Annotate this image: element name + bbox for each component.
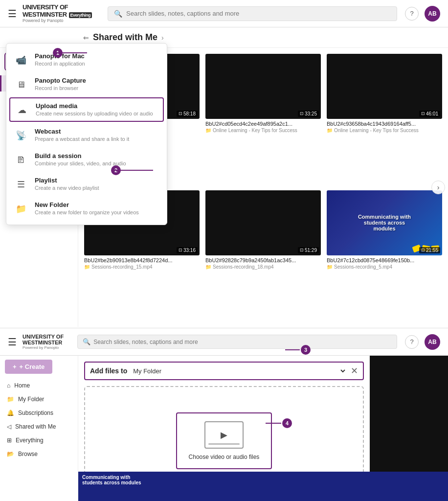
modal-sidebar: + + Create ⌂ Home 📁 My Folder 🔔 Subscrip…	[0, 356, 78, 501]
dropdown-new-folder[interactable]: 📁 New Folder Create a new folder to orga…	[6, 196, 167, 221]
modal-create-plus: +	[13, 363, 17, 370]
video-info-6: BbU2#7c12cbd0875e48669fe150b... 📁Session…	[327, 255, 442, 272]
search-input[interactable]	[126, 10, 391, 17]
modal-header-bar: ☰ UNIVERSITY OFWESTMINSTER Powered by Pa…	[0, 328, 448, 356]
video-title-6: BbU2#7c12cbd0875e48669fe150b...	[327, 257, 442, 263]
modal-myfolder-label: My Folder	[18, 396, 44, 403]
choose-files-label: Choose video or audio files	[189, 454, 260, 460]
modal-help-button[interactable]: ?	[405, 335, 419, 349]
dropdown-desc-playlist: Create a new video playlist	[35, 185, 159, 191]
modal-create-button[interactable]: + + Create	[5, 360, 52, 374]
dropdown-playlist-text: Playlist Create a new video playlist	[35, 177, 159, 191]
modal-shared-icon: ◁	[7, 423, 11, 430]
video-thumb-3: ⊡46:01	[327, 54, 442, 119]
dropdown-desc-new-folder: Create a new folder to organize your vid…	[35, 209, 159, 215]
special-video-title: Communicating withstudents acrossmodules	[356, 212, 413, 233]
modal-home-label: Home	[14, 382, 30, 389]
dropdown-playlist[interactable]: ☰ Playlist Create a new video playlist	[6, 172, 167, 196]
search-icon: 🔍	[114, 10, 122, 18]
create-dropdown-menu: 📹 Panopto for Mac Record in application …	[6, 43, 167, 225]
video-folder-2: 📁Online Learning - Key Tips for Success	[205, 128, 321, 133]
duration-1: ⊡58:18	[177, 111, 198, 117]
modal-powered-by: Powered by Panopto	[22, 345, 64, 350]
play-triangle-icon: ▶	[221, 430, 227, 440]
video-card-5[interactable]: ⊡51:29 BbU2#92828c79b9a2450fab1ac345... …	[205, 190, 321, 321]
menu-icon[interactable]: ☰	[8, 8, 17, 20]
dropdown-panopto-capture-text: Panopto Capture Record in browser	[35, 77, 159, 91]
modal-sidebar-myfolder[interactable]: 📁 My Folder	[0, 392, 78, 406]
choose-file-box[interactable]: ▶ Choose video or audio files	[176, 412, 272, 469]
modal-browse-label: Browse	[18, 451, 38, 457]
upload-icon: ☁	[15, 103, 29, 117]
video-card-6[interactable]: Communicating withstudents acrossmodules…	[327, 190, 442, 321]
annotation-3: 3	[301, 345, 311, 355]
folder-select[interactable]: My Folder	[131, 367, 347, 375]
video-card-3[interactable]: ⊡46:01 BbU2#c93658ba4c1943d69164aff5... …	[327, 54, 442, 184]
modal-shared-label: Shared with Me	[15, 423, 56, 430]
video-folder-6: 📁Sessions-recording_5.mp4	[327, 264, 442, 270]
video-title-4: BbU2#be2b90913e8b442f8d7224d...	[84, 257, 200, 263]
modal-sidebar-home[interactable]: ⌂ Home	[0, 379, 78, 392]
modal-menu-icon[interactable]: ☰	[8, 336, 17, 348]
modal-search-input[interactable]	[93, 339, 392, 345]
duration-5: ⊡51:29	[298, 247, 319, 253]
video-info-5: BbU2#92828c79b9a2450fab1ac345... 📁Sessio…	[205, 255, 321, 272]
university-logo: UNIVERSITY OFWESTMINSTEREverything	[22, 4, 92, 18]
dropdown-webcast[interactable]: 📡 Webcast Prepare a webcast and share a …	[6, 123, 167, 147]
header-right: ? AB	[405, 6, 440, 22]
modal-university-logo: UNIVERSITY OFWESTMINSTER	[22, 334, 64, 345]
dropdown-webcast-text: Webcast Prepare a webcast and share a li…	[35, 128, 159, 142]
dropdown-desc-build-session: Combine your slides, video, and audio	[35, 160, 159, 166]
grid-nav-right[interactable]: ›	[431, 181, 445, 194]
video-thumb-5: ⊡51:29	[205, 190, 321, 255]
modal-header-right: ? AB	[405, 334, 440, 350]
dropdown-build-session[interactable]: 🖹 Build a session Combine your slides, v…	[6, 147, 167, 172]
video-card-2[interactable]: ⊡33:25 BbU2#cd05ecd4c2ee49af895a2c1... 📁…	[205, 54, 321, 184]
breadcrumb-chevron[interactable]: ›	[161, 34, 164, 42]
annotation-4: 4	[282, 418, 292, 428]
camera-icon: 📹	[14, 53, 28, 67]
playlist-icon: ☰	[14, 178, 28, 191]
help-button[interactable]: ?	[405, 7, 419, 21]
modal-subscriptions-icon: 🔔	[7, 410, 14, 416]
video-title-2: BbU2#cd05ecd4c2ee49af895a2c1...	[205, 121, 321, 127]
modal-everything-label: Everything	[16, 437, 44, 444]
powered-by-label: Powered by Panopto	[22, 18, 92, 23]
video-title-5: BbU2#92828c79b9a2450fab1ac345...	[205, 257, 321, 263]
close-modal-button[interactable]: ✕	[351, 365, 358, 376]
video-folder-5: 📁Sessions-recording_18.mp4	[205, 264, 321, 270]
modal-sidebar-sharedwithme[interactable]: ◁ Shared with Me	[0, 420, 78, 433]
dropdown-label-upload-media: Upload media	[36, 102, 158, 110]
video-info-4: BbU2#be2b90913e8b442f8d7224d... 📁Session…	[84, 255, 200, 272]
dropdown-desc-upload-media: Create new sessions by uploading video o…	[36, 111, 158, 116]
dropdown-label-panopto-capture: Panopto Capture	[35, 77, 159, 84]
annotation-line-2	[115, 170, 153, 171]
logo-area: UNIVERSITY OFWESTMINSTEREverything Power…	[22, 4, 92, 23]
video-thumb-2: ⊡33:25	[205, 54, 321, 119]
avatar[interactable]: AB	[425, 6, 440, 22]
dropdown-label-new-folder: New Folder	[35, 201, 159, 208]
modal-sidebar-browse[interactable]: 📂 Browse	[0, 447, 78, 461]
search-bar[interactable]: 🔍	[108, 6, 397, 21]
dropdown-panopto-mac[interactable]: 📹 Panopto for Mac Record in application	[6, 47, 167, 72]
modal-everything-icon: ⊞	[7, 437, 12, 444]
dropdown-upload-media[interactable]: ☁ Upload media Create new sessions by up…	[9, 97, 164, 122]
dropdown-upload-media-text: Upload media Create new sessions by uplo…	[36, 102, 158, 116]
video-folder-3: 📁Online Learning - Key Tips for Success	[327, 128, 442, 133]
modal-sidebar-subscriptions[interactable]: 🔔 Subscriptions	[0, 406, 78, 420]
modal-create-label: + Create	[20, 363, 45, 370]
add-files-header: Add files to My Folder ✕	[84, 362, 364, 380]
duration-2: ⊡33:25	[298, 111, 319, 117]
page-title: Shared with Me	[93, 32, 157, 43]
modal-avatar[interactable]: AB	[425, 334, 440, 350]
duration-3: ⊡46:01	[419, 111, 440, 117]
special-overlay: Communicating withstudents acrossmodules	[327, 190, 442, 255]
modal-sidebar-everything[interactable]: ⊞ Everything	[0, 433, 78, 447]
capture-icon: 🖥	[14, 78, 28, 91]
dropdown-desc-panopto-capture: Record in browser	[35, 85, 159, 91]
dropdown-build-session-text: Build a session Combine your slides, vid…	[35, 152, 159, 166]
modal-myfolder-icon: 📁	[7, 396, 14, 403]
dropdown-desc-panopto-mac: Record in application	[35, 61, 159, 67]
modal-search-bar[interactable]: 🔍	[77, 335, 397, 349]
dropdown-panopto-capture[interactable]: 🖥 Panopto Capture Record in browser	[6, 72, 167, 96]
